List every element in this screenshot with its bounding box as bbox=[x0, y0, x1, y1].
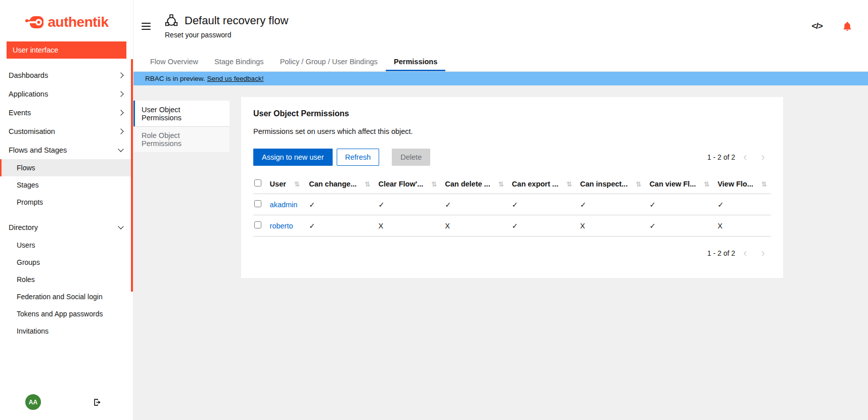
app: authentik User interface Dashboards Appl… bbox=[0, 0, 868, 420]
user-link[interactable]: roberto bbox=[270, 222, 293, 230]
column-header-view-flow[interactable]: View Flo... ⇅ bbox=[713, 174, 771, 194]
table-row: roberto ✓ X X ✓ X ✓ X bbox=[253, 215, 771, 237]
side-tab-user-object-permissions[interactable]: User Object Permissions bbox=[133, 101, 230, 126]
sidebar-item-stages[interactable]: Stages bbox=[0, 176, 133, 194]
card-description: Permissions set on users which affect th… bbox=[253, 127, 771, 135]
sidebar-item-groups[interactable]: Groups bbox=[0, 254, 133, 271]
sort-icon[interactable]: ⇅ bbox=[704, 180, 710, 188]
title-block: Default recovery flow Reset your passwor… bbox=[165, 14, 288, 39]
preview-banner: RBAC is in preview. Send us feedback! bbox=[133, 72, 868, 85]
column-label: View Flo... bbox=[717, 180, 753, 188]
sidebar-item-invitations[interactable]: Invitations bbox=[0, 322, 133, 340]
user-interface-button[interactable]: User interface bbox=[7, 41, 126, 59]
notification-bell-icon[interactable] bbox=[842, 21, 853, 32]
prev-page-icon[interactable]: ‹ bbox=[737, 248, 753, 259]
column-header-can-delete[interactable]: Can delete ... ⇅ bbox=[441, 174, 508, 194]
column-label: Clear Flow'... bbox=[378, 180, 423, 188]
sidebar-footer: AA bbox=[0, 388, 133, 420]
tab-stage-bindings[interactable]: Stage Bindings bbox=[206, 53, 272, 71]
assign-to-new-user-button[interactable]: Assign to new user bbox=[253, 149, 333, 166]
perm-value: ✓ bbox=[576, 194, 645, 215]
column-header-can-view[interactable]: Can view Fl... ⇅ bbox=[646, 174, 714, 194]
next-page-icon[interactable]: › bbox=[755, 248, 771, 259]
sidebar-item-flows-and-stages[interactable]: Flows and Stages bbox=[0, 141, 133, 159]
delete-button[interactable]: Delete bbox=[392, 149, 430, 166]
permissions-table: User ⇅ Can change... ⇅ Clear Flow'... ⇅ bbox=[253, 174, 771, 237]
chevron-right-icon bbox=[118, 72, 123, 78]
sidebar-item-users[interactable]: Users bbox=[0, 237, 133, 254]
row-checkbox[interactable] bbox=[254, 200, 261, 207]
sort-icon[interactable]: ⇅ bbox=[294, 180, 300, 188]
sidebar-scrollbar[interactable] bbox=[131, 59, 133, 292]
sort-icon[interactable]: ⇅ bbox=[761, 180, 767, 188]
column-header-can-export[interactable]: Can export ... ⇅ bbox=[508, 174, 576, 194]
column-header-clear-flow[interactable]: Clear Flow'... ⇅ bbox=[374, 174, 441, 194]
next-page-icon[interactable]: › bbox=[755, 152, 771, 163]
side-tab-role-object-permissions[interactable]: Role Object Permissions bbox=[133, 126, 230, 152]
row-checkbox[interactable] bbox=[254, 221, 261, 228]
header-actions: </> bbox=[811, 21, 853, 32]
column-label: User bbox=[270, 180, 286, 188]
column-header-can-inspect[interactable]: Can inspect... ⇅ bbox=[576, 174, 645, 194]
prev-page-icon[interactable]: ‹ bbox=[737, 152, 753, 163]
column-header-can-change[interactable]: Can change... ⇅ bbox=[305, 174, 374, 194]
sidebar-item-federation[interactable]: Federation and Social login bbox=[0, 288, 133, 305]
sort-icon[interactable]: ⇅ bbox=[431, 180, 437, 188]
perm-value: X bbox=[576, 215, 645, 237]
banner-text: RBAC is in preview. bbox=[145, 75, 205, 82]
sign-out-icon[interactable] bbox=[93, 397, 103, 407]
card-title: User Object Permissions bbox=[253, 109, 771, 118]
sort-icon[interactable]: ⇅ bbox=[567, 180, 572, 188]
api-drawer-icon[interactable]: </> bbox=[811, 21, 823, 31]
perm-value: ✓ bbox=[305, 194, 374, 215]
sidebar-item-events[interactable]: Events bbox=[0, 103, 133, 122]
sidebar-item-flows[interactable]: Flows bbox=[0, 159, 133, 176]
table-header-row: User ⇅ Can change... ⇅ Clear Flow'... ⇅ bbox=[253, 174, 771, 194]
feedback-link[interactable]: Send us feedback! bbox=[207, 75, 264, 82]
content-area: User Object Permissions Role Object Perm… bbox=[133, 85, 868, 420]
sidebar-item-prompts[interactable]: Prompts bbox=[0, 194, 133, 211]
chevron-right-icon bbox=[118, 128, 123, 134]
nav-label: Customisation bbox=[9, 127, 55, 135]
refresh-button[interactable]: Refresh bbox=[337, 149, 380, 166]
authentik-logo[interactable]: authentik bbox=[25, 14, 109, 30]
pagination-top: 1 - 2 of 2 ‹ › bbox=[707, 152, 771, 163]
nav-label: Flows and Stages bbox=[9, 146, 67, 154]
sidebar-item-customisation[interactable]: Customisation bbox=[0, 122, 133, 141]
select-all-checkbox[interactable] bbox=[254, 179, 261, 186]
perm-value: X bbox=[374, 215, 441, 237]
column-label: Can change... bbox=[309, 180, 356, 188]
menu-toggle-icon[interactable] bbox=[142, 21, 151, 32]
tab-flow-overview[interactable]: Flow Overview bbox=[142, 53, 206, 71]
column-label: Can inspect... bbox=[580, 180, 627, 188]
avatar[interactable]: AA bbox=[25, 394, 41, 410]
sidebar-item-dashboards[interactable]: Dashboards bbox=[0, 66, 133, 84]
toolbar: Assign to new user Refresh Delete 1 - 2 … bbox=[253, 149, 771, 166]
sort-icon[interactable]: ⇅ bbox=[636, 180, 642, 188]
perm-value: ✓ bbox=[646, 215, 714, 237]
tab-permissions[interactable]: Permissions bbox=[386, 53, 445, 71]
tab-bar: Flow Overview Stage Bindings Policy / Gr… bbox=[133, 53, 868, 72]
nav-label: Dashboards bbox=[9, 71, 48, 79]
sidebar-item-roles[interactable]: Roles bbox=[0, 271, 133, 288]
chevron-down-icon bbox=[118, 223, 123, 229]
user-link[interactable]: akadmin bbox=[270, 201, 298, 209]
page-header: Default recovery flow Reset your passwor… bbox=[133, 0, 868, 53]
perm-value: X bbox=[441, 215, 508, 237]
flow-icon bbox=[165, 14, 178, 27]
sort-icon[interactable]: ⇅ bbox=[498, 180, 504, 188]
main-area: Default recovery flow Reset your passwor… bbox=[133, 0, 868, 420]
sort-icon[interactable]: ⇅ bbox=[365, 180, 371, 188]
select-all-cell bbox=[253, 174, 266, 194]
sidebar-item-tokens[interactable]: Tokens and App passwords bbox=[0, 305, 133, 322]
pagination-label: 1 - 2 of 2 bbox=[707, 249, 735, 257]
sidebar: authentik User interface Dashboards Appl… bbox=[0, 0, 133, 420]
column-header-user[interactable]: User ⇅ bbox=[266, 174, 305, 194]
sidebar-item-directory[interactable]: Directory bbox=[0, 218, 133, 237]
tab-policy-group-user-bindings[interactable]: Policy / Group / User Bindings bbox=[272, 53, 386, 71]
sidebar-item-applications[interactable]: Applications bbox=[0, 84, 133, 103]
pagination-label: 1 - 2 of 2 bbox=[707, 153, 735, 161]
perm-value: ✓ bbox=[305, 215, 374, 237]
side-tabs: User Object Permissions Role Object Perm… bbox=[133, 101, 230, 152]
perm-value: ✓ bbox=[441, 194, 508, 215]
